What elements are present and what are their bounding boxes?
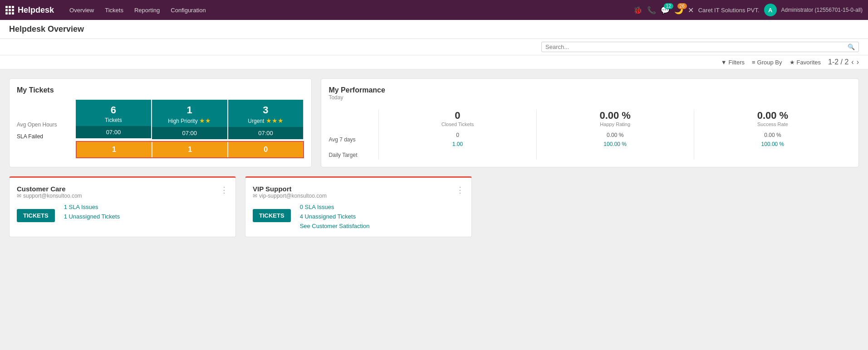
closed-tickets-target: 1.00 [384,140,530,149]
groupby-icon: ≡ [752,59,755,66]
menu-configuration[interactable]: Configuration [166,5,210,15]
app-name: Helpdesk [18,5,54,15]
close-icon[interactable]: ✕ [688,6,694,15]
user-name: Administrator (12556701-15-0-all) [781,7,863,13]
app-logo[interactable]: Helpdesk [5,5,54,15]
ticket-headers: 6 Tickets 07:00 1 High Priority [76,100,304,139]
sla-failed-high[interactable]: 1 [152,142,228,157]
unassigned-link-cc[interactable]: 1 Unassigned Tickets [64,213,120,220]
main-content: My Tickets Avg Open Hours SLA Failed 6 T… [0,69,868,350]
search-wrap: 🔍 [541,42,859,52]
tickets-button-cc[interactable]: TICKETS [17,209,55,222]
sla-failed-urgent[interactable]: 0 [228,142,303,157]
filter-row: ▼ Filters ≡ Group By ★ Favorites 1-2 / 2… [0,55,868,69]
perf-label-col: Avg 7 days Daily Target [329,110,378,160]
search-input[interactable] [545,44,848,50]
perf-metric-closed: 0 Closed Tickets 0 1.00 [378,110,536,160]
phone-icon[interactable]: 📞 [647,6,656,15]
avg-open-hours-label: Avg Open Hours [17,122,76,128]
happy-rating-label: Happy Rating [542,122,688,127]
user-avatar[interactable]: A [764,4,777,16]
overview-row: My Tickets Avg Open Hours SLA Failed 6 T… [9,78,859,167]
closed-tickets-label: Closed Tickets [384,122,530,127]
sla-issues-link-vip[interactable]: 0 SLA Issues [300,204,370,210]
groupby-button[interactable]: ≡ Group By [752,59,782,66]
unassigned-link-vip[interactable]: 4 Unassigned Tickets [300,213,370,220]
ticket-time-all: 07:00 [76,126,152,138]
team-card-name-vip: VIP Support [253,185,327,193]
success-rate-target: 100.00 % [700,140,846,149]
happy-rating-value: 0.00 % [542,110,688,122]
menu-reporting[interactable]: Reporting [130,5,164,15]
sla-issues-link-cc[interactable]: 1 SLA Issues [64,204,120,210]
happy-rating-avg: 0.00 % [542,131,688,140]
menu-overview[interactable]: Overview [65,5,98,15]
ticket-label-col: Avg Open Hours SLA Failed [17,100,76,158]
sla-failed-all[interactable]: 1 [77,142,152,157]
team-card-name-cc: Customer Care [17,185,82,193]
ticket-col-urgent: 3 Urgent ★★★ 07:00 [228,100,304,139]
moon-icon[interactable]: 🌙 26 [674,6,683,15]
ticket-count-all[interactable]: 6 Tickets [76,100,152,126]
team-card-vip-support: VIP Support ✉ vip-support@konsultoo.com … [245,176,472,237]
success-rate-value: 0.00 % [700,110,846,122]
team-card-menu-vip[interactable]: ⋮ [456,185,464,195]
performance-subtitle: Today [329,94,851,101]
my-tickets-title: My Tickets [17,86,304,94]
perf-row-labels: Avg 7 days Daily Target [329,131,378,160]
team-card-email-vip: ✉ vip-support@konsultoo.com [253,193,327,199]
email-icon-cc: ✉ [17,193,21,199]
satisfaction-link-vip[interactable]: See Customer Satisfaction [300,223,370,229]
tickets-button-vip[interactable]: TICKETS [253,209,291,222]
team-card-info-cc: Customer Care ✉ support@konsultoo.com [17,185,82,199]
pagination: 1-2 / 2 ‹ › [828,58,859,66]
ticket-col-high: 1 High Priority ★★ 07:00 [152,100,228,139]
menu-tickets[interactable]: Tickets [100,5,128,15]
team-card-header-cc: Customer Care ✉ support@konsultoo.com ⋮ [17,185,228,199]
ticket-time-urgent: 07:00 [228,127,304,139]
filters-button[interactable]: ▼ Filters [721,59,745,66]
grid-icon [5,6,14,15]
next-page-button[interactable]: › [857,58,859,66]
ticket-col-all: 6 Tickets 07:00 [76,100,152,139]
ticket-count-urgent[interactable]: 3 Urgent ★★★ [228,100,304,127]
closed-tickets-avg: 0 [384,131,530,140]
bug-icon[interactable]: 🐞 [633,6,642,15]
filter-icon: ▼ [721,59,727,66]
my-tickets-section: My Tickets Avg Open Hours SLA Failed 6 T… [9,78,312,167]
target-label: Daily Target [329,151,378,160]
sla-failed-row: 1 1 0 [76,141,304,158]
moon-badge: 26 [677,3,687,9]
team-card-header-vip: VIP Support ✉ vip-support@konsultoo.com … [253,185,464,199]
team-card-body-cc: TICKETS 1 SLA Issues 1 Unassigned Ticket… [17,204,228,226]
page-title: Helpdesk Overview [9,24,84,34]
star-icon: ★ [790,59,795,66]
performance-title: My Performance [329,86,851,94]
ticket-count-high[interactable]: 1 High Priority ★★ [152,100,228,127]
search-icon[interactable]: 🔍 [848,44,855,50]
email-icon-vip: ✉ [253,193,257,199]
performance-section: My Performance Today Avg 7 days Daily Ta… [321,78,859,167]
main-menu: Overview Tickets Reporting Configuration [65,5,630,15]
team-cards-row: Customer Care ✉ support@konsultoo.com ⋮ … [9,176,859,237]
perf-grid: Avg 7 days Daily Target 0 Closed Tickets… [329,110,851,160]
search-bar-row: 🔍 [0,39,868,55]
perf-metric-happy: 0.00 % Happy Rating 0.00 % 100.00 % [536,110,694,160]
closed-tickets-value: 0 [384,110,530,122]
page-header: Helpdesk Overview [0,20,868,39]
team-card-links-cc: 1 SLA Issues 1 Unassigned Tickets [64,204,120,220]
sla-failed-label: SLA Failed [17,133,76,140]
happy-rating-target: 100.00 % [542,140,688,149]
team-card-menu-cc[interactable]: ⋮ [220,185,228,195]
prev-page-button[interactable]: ‹ [851,58,853,66]
team-card-info-vip: VIP Support ✉ vip-support@konsultoo.com [253,185,327,199]
chat-icon[interactable]: 💬 12 [661,6,670,15]
top-navigation: Helpdesk Overview Tickets Reporting Conf… [0,0,868,20]
avg-label: Avg 7 days [329,135,378,144]
success-rate-label: Success Rate [700,122,846,127]
perf-metric-success: 0.00 % Success Rate 0.00 % 100.00 % [694,110,851,160]
team-card-email-cc: ✉ support@konsultoo.com [17,193,82,199]
favorites-button[interactable]: ★ Favorites [790,59,821,66]
topnav-right: 🐞 📞 💬 12 🌙 26 ✕ Caret IT Solutions PVT. … [633,4,863,16]
chat-badge: 12 [664,3,673,9]
